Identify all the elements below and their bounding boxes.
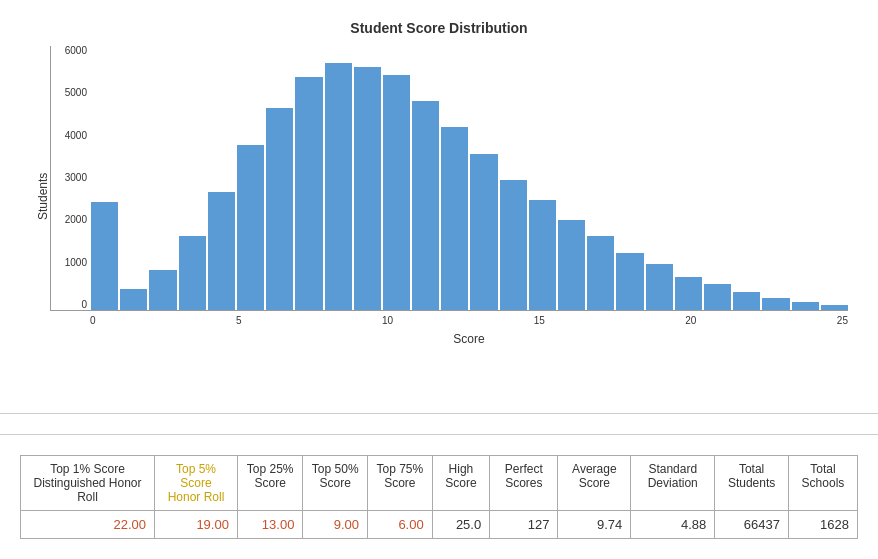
bar (500, 180, 527, 310)
x-axis-row: 0510152025 (50, 315, 848, 326)
bar (208, 192, 235, 310)
bar (733, 292, 760, 310)
y-tick-label: 5000 (51, 88, 91, 98)
x-tick-label: 10 (382, 315, 393, 326)
y-tick-label: 6000 (51, 46, 91, 56)
table-header-cell: Top 5% Score Honor Roll (155, 456, 238, 511)
bar (179, 236, 206, 310)
value-row: 22.0019.0013.009.006.0025.01279.744.8866… (21, 511, 858, 539)
separator2 (0, 434, 878, 435)
chart-title: Student Score Distribution (30, 20, 848, 36)
bar (383, 75, 410, 310)
x-tick-label: 20 (685, 315, 696, 326)
y-axis-label: Students (30, 46, 50, 346)
chart-inner: 0100020003000400050006000 0510152025 Sco… (50, 46, 848, 346)
y-tick-label: 0 (51, 300, 91, 310)
bar (470, 154, 497, 310)
bar (529, 200, 556, 310)
chart-plot-area: 0100020003000400050006000 (50, 46, 848, 311)
bar (558, 220, 585, 310)
bar (325, 63, 352, 310)
y-tick-label: 1000 (51, 258, 91, 268)
separator (0, 413, 878, 414)
table-value-cell: 19.00 (155, 511, 238, 539)
table-header-cell: High Score (432, 456, 489, 511)
bar (762, 298, 789, 310)
bar (266, 108, 293, 310)
stats-table: Top 1% Score Distinguished Honor RollTop… (20, 455, 858, 539)
table-value-cell: 9.00 (303, 511, 368, 539)
x-tick-label: 5 (236, 315, 242, 326)
y-tick-label: 2000 (51, 215, 91, 225)
bar (295, 77, 322, 310)
table-header-cell: Perfect Scores (490, 456, 558, 511)
bar (704, 284, 731, 310)
table-value-cell: 4.88 (631, 511, 715, 539)
bar (616, 253, 643, 310)
table-header-cell: Top 75% Score (368, 456, 433, 511)
table-header-cell: Standard Deviation (631, 456, 715, 511)
table-value-cell: 66437 (715, 511, 789, 539)
bars-wrapper (91, 46, 848, 310)
table-header-cell: Top 25% Score (237, 456, 302, 511)
y-tick-label: 3000 (51, 173, 91, 183)
y-tick-labels: 0100020003000400050006000 (51, 46, 91, 310)
table-section: Top 1% Score Distinguished Honor RollTop… (0, 445, 878, 559)
table-header-cell: Average Score (558, 456, 631, 511)
bar (792, 302, 819, 310)
bar (587, 236, 614, 310)
bar (237, 145, 264, 310)
bar (646, 264, 673, 310)
table-value-cell: 9.74 (558, 511, 631, 539)
table-value-cell: 6.00 (368, 511, 433, 539)
bar (120, 289, 147, 310)
bar (91, 202, 118, 310)
bar (441, 127, 468, 310)
header-row: Top 1% Score Distinguished Honor RollTop… (21, 456, 858, 511)
table-value-cell: 25.0 (432, 511, 489, 539)
table-header-cell: Top 50% Score (303, 456, 368, 511)
x-tick-label: 25 (837, 315, 848, 326)
table-value-cell: 1628 (788, 511, 857, 539)
bar (354, 67, 381, 310)
y-tick-label: 4000 (51, 131, 91, 141)
x-axis-label: Score (50, 332, 848, 346)
chart-section: Student Score Distribution Students 0100… (0, 0, 878, 403)
table-value-cell: 13.00 (237, 511, 302, 539)
chart-container: Students 0100020003000400050006000 05101… (30, 46, 848, 346)
bar (821, 305, 848, 310)
bar (149, 270, 176, 310)
bar (412, 101, 439, 310)
table-header-cell: Top 1% Score Distinguished Honor Roll (21, 456, 155, 511)
table-header-cell: Total Schools (788, 456, 857, 511)
x-tick-labels: 0510152025 (90, 315, 848, 326)
x-tick-label: 0 (90, 315, 96, 326)
table-header-cell: Total Students (715, 456, 789, 511)
table-value-cell: 22.00 (21, 511, 155, 539)
bar (675, 277, 702, 310)
x-tick-label: 15 (534, 315, 545, 326)
table-value-cell: 127 (490, 511, 558, 539)
